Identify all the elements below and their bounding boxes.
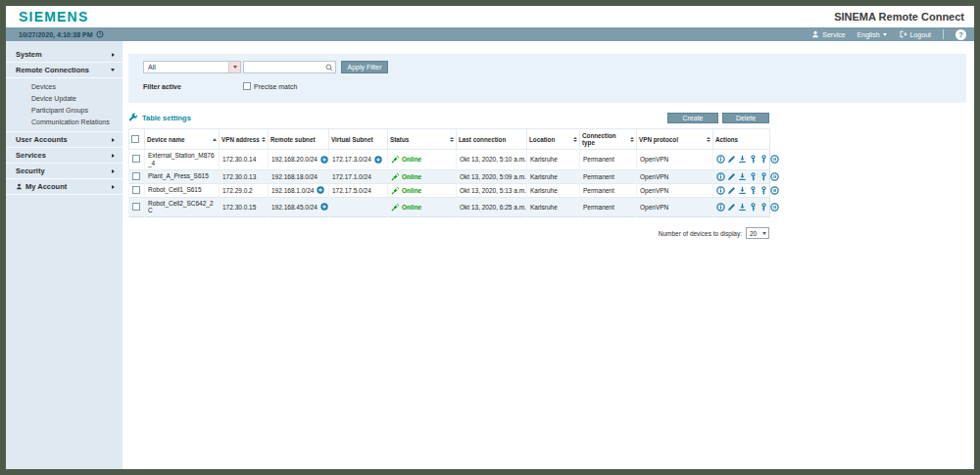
sidebar-item-communication-relations[interactable]: Communication Relations — [6, 116, 122, 127]
table-settings-link[interactable]: Table settings — [128, 113, 191, 122]
filter-active-label: Filter active — [143, 83, 243, 90]
last-connection: Okt 13, 2020, 5:13 a.m. — [457, 183, 527, 197]
help-button[interactable]: ? — [956, 29, 966, 40]
sidebar-item-participant-groups[interactable]: Participant Groups — [6, 104, 122, 116]
edit-icon[interactable] — [727, 155, 736, 164]
table-header-row: Device name VPN address Remote subnet Vi… — [129, 129, 770, 150]
plus-circle-icon[interactable] — [317, 186, 324, 194]
chevron-right-icon — [112, 53, 115, 57]
sidebar-item-services[interactable]: Services — [6, 148, 122, 164]
certificate-key-icon[interactable] — [760, 203, 768, 212]
column-header-vpn-address[interactable]: VPN address — [220, 129, 269, 150]
plus-circle-icon[interactable] — [374, 156, 382, 164]
row-checkbox[interactable] — [132, 203, 140, 211]
select-all-checkbox[interactable] — [131, 135, 139, 143]
connection-type: Permanent — [580, 150, 637, 170]
topbar-divider — [943, 29, 944, 39]
table-toolbar: Table settings Create Delete — [128, 111, 769, 124]
edit-icon[interactable] — [727, 186, 736, 195]
search-icon — [325, 64, 335, 71]
table-row: Robot_Cell1_S615 172.29.0.2 192.168.1.0/… — [129, 183, 770, 197]
column-header-last-connection[interactable]: Last connection — [457, 129, 527, 150]
column-header-device-name[interactable]: Device name — [145, 129, 220, 150]
pause-circle-icon[interactable] — [770, 155, 779, 164]
column-header-status[interactable]: Status — [388, 129, 457, 150]
datetime-area: 10/27/2020, 4:10:38 PM — [19, 30, 104, 38]
search-input[interactable] — [244, 62, 325, 72]
devices-display-label: Number of devices to display: — [659, 230, 742, 237]
chevron-down-icon — [762, 232, 766, 235]
info-icon[interactable] — [716, 155, 725, 164]
create-button[interactable]: Create — [667, 113, 718, 123]
remote-subnet: 192.168.20.0/24 — [271, 156, 318, 163]
chevron-right-icon — [112, 185, 115, 189]
remote-subnet: 192.168.18.0/24 — [271, 173, 318, 180]
precise-match-checkbox[interactable] — [243, 82, 251, 90]
column-header-location[interactable]: Location — [527, 129, 580, 150]
app-header: SIEMENS SINEMA Remote Connect — [6, 6, 974, 27]
vpn-address: 172.30.0.14 — [220, 150, 269, 170]
edit-icon[interactable] — [727, 172, 736, 181]
language-selector[interactable]: English — [858, 31, 887, 38]
sidebar-item-user-accounts[interactable]: User Accounts — [6, 132, 122, 148]
devices-per-page-select[interactable]: 20 — [746, 227, 769, 239]
table-row: Robot_Cell2_SC642_2C 172.30.0.15 192.168… — [129, 197, 770, 217]
sort-icon — [630, 137, 634, 142]
select-arrow — [228, 62, 240, 72]
row-checkbox[interactable] — [132, 172, 140, 180]
delete-button[interactable]: Delete — [722, 113, 769, 123]
edit-icon[interactable] — [727, 203, 736, 212]
column-header-connection-type[interactable]: Connection type — [580, 129, 637, 150]
sidebar-item-my-account[interactable]: My Account — [6, 179, 122, 195]
user-icon — [811, 30, 819, 38]
certificate-key-icon[interactable] — [760, 172, 768, 181]
row-checkbox[interactable] — [132, 186, 140, 194]
vpn-protocol: OpenVPN — [637, 150, 713, 170]
sort-icon — [573, 137, 577, 142]
filter-category-value: All — [148, 64, 156, 71]
vpn-protocol: OpenVPN — [637, 169, 713, 183]
apply-filter-button[interactable]: Apply Filter — [341, 61, 388, 73]
info-icon[interactable] — [716, 186, 725, 195]
download-icon[interactable] — [738, 186, 747, 195]
row-checkbox[interactable] — [132, 155, 140, 163]
sidebar-item-system[interactable]: System — [6, 47, 122, 63]
key-icon[interactable] — [749, 203, 758, 212]
pause-circle-icon[interactable] — [770, 186, 779, 195]
connection-type: Permanent — [580, 183, 637, 197]
precise-match-label: Precise match — [254, 83, 297, 90]
key-icon[interactable] — [749, 172, 758, 181]
download-icon[interactable] — [738, 172, 747, 181]
key-icon[interactable] — [749, 186, 758, 195]
certificate-key-icon[interactable] — [760, 155, 768, 164]
pause-circle-icon[interactable] — [770, 172, 779, 181]
certificate-key-icon[interactable] — [760, 186, 768, 195]
service-button[interactable]: Service — [811, 30, 845, 38]
column-header-virtual-subnet[interactable]: Virtual Subnet — [329, 129, 388, 150]
sidebar-item-device-update[interactable]: Device Update — [6, 92, 122, 104]
filter-category-select[interactable]: All — [143, 61, 241, 73]
sidebar-item-security[interactable]: Security — [6, 164, 122, 179]
key-icon[interactable] — [749, 155, 758, 164]
info-icon[interactable] — [716, 172, 725, 181]
download-icon[interactable] — [738, 203, 747, 212]
connection-type: Permanent — [580, 197, 637, 217]
chevron-right-icon — [112, 154, 115, 158]
pause-circle-icon[interactable] — [770, 203, 779, 212]
plus-circle-icon[interactable] — [320, 156, 328, 164]
info-icon[interactable] — [716, 203, 725, 212]
column-header-remote-subnet[interactable]: Remote subnet — [269, 129, 329, 150]
language-label: English — [858, 31, 880, 38]
chevron-down-icon — [883, 33, 887, 36]
device-name: External_Station_M876_4 — [145, 150, 220, 170]
column-header-vpn-protocol[interactable]: VPN protocol — [637, 129, 713, 150]
plus-circle-icon[interactable] — [320, 203, 328, 211]
vpn-protocol: OpenVPN — [637, 183, 713, 197]
last-connection: Okt 13, 2020, 5:10 a.m. — [457, 150, 527, 170]
app-window: SIEMENS SINEMA Remote Connect 10/27/2020… — [6, 6, 974, 469]
device-name: Robot_Cell2_SC642_2C — [145, 197, 220, 217]
sidebar-item-devices[interactable]: Devices — [6, 80, 122, 92]
download-icon[interactable] — [738, 155, 747, 164]
logout-button[interactable]: Logout — [899, 30, 931, 38]
sidebar-item-remote-connections[interactable]: Remote Connections — [6, 63, 122, 78]
